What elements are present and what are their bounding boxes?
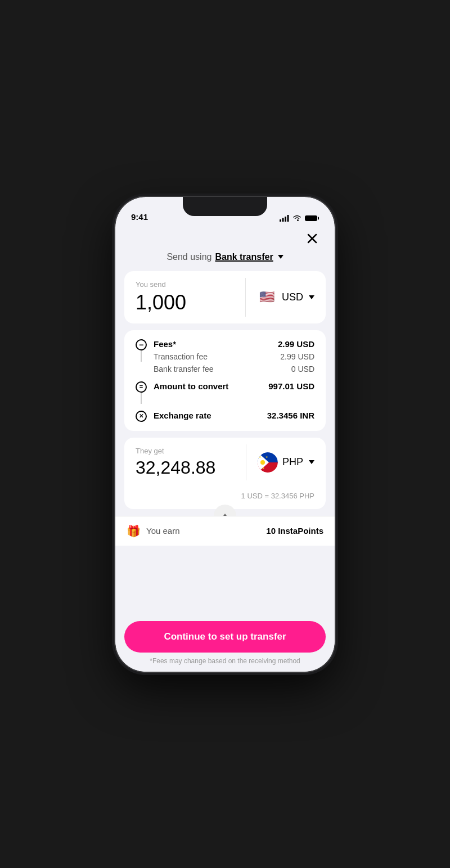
close-button[interactable] — [303, 230, 321, 248]
bank-fee-label: Bank transfer fee — [154, 365, 214, 374]
rate-content: Exchange rate 32.3456 INR — [154, 411, 314, 420]
svg-rect-1 — [282, 218, 284, 222]
fees-total-value: 2.99 USD — [278, 339, 314, 349]
signal-icon — [280, 215, 289, 222]
battery-icon — [305, 215, 319, 222]
earn-left: 🎁 You earn — [127, 524, 180, 538]
svg-rect-2 — [285, 217, 286, 222]
svg-rect-5 — [318, 217, 319, 219]
send-method-value: Bank transfer — [215, 252, 273, 262]
receive-currency-chevron-icon — [309, 460, 314, 464]
convert-content: Amount to convert 997.01 USD — [154, 381, 314, 391]
send-currency-code: USD — [282, 291, 303, 303]
receiver-inner: They get 32,248.88 — [124, 438, 326, 487]
status-time: 9:41 — [131, 212, 148, 222]
app-content: Send using Bank transfer You send 1,000 … — [115, 225, 335, 672]
svg-point-13 — [260, 460, 265, 465]
convert-label: Amount to convert — [154, 381, 228, 391]
bank-fee-row: Bank transfer fee 0 USD — [154, 365, 314, 374]
svg-rect-3 — [287, 215, 289, 222]
receive-currency-selector[interactable]: ★ ★ ★ PHP — [246, 438, 326, 487]
disclaimer: *Fees may change based on the receiving … — [124, 657, 326, 667]
send-card: You send 1,000 🇺🇸 USD — [124, 271, 326, 323]
convert-timeline-left: = — [136, 381, 147, 404]
transaction-fee-label: Transaction fee — [154, 352, 208, 361]
bottom-area: Continue to set up transfer *Fees may ch… — [115, 612, 335, 672]
send-amount-section[interactable]: You send 1,000 — [124, 271, 245, 323]
continue-button[interactable]: Continue to set up transfer — [124, 621, 326, 653]
earn-points: 10 InstaPoints — [266, 526, 323, 536]
receiver-card: They get 32,248.88 — [124, 438, 326, 509]
earn-banner: 🎁 You earn 10 InstaPoints — [115, 516, 335, 546]
fees-card: − Fees* 2.99 USD Transaction fee — [124, 330, 326, 431]
exchange-rate-item: ✕ Exchange rate 32.3456 INR — [136, 411, 314, 422]
fees-timeline: − Fees* 2.99 USD Transaction fee — [136, 339, 314, 422]
transaction-fee-value: 2.99 USD — [280, 352, 314, 361]
convert-line — [141, 393, 142, 404]
send-amount: 1,000 — [136, 291, 236, 314]
receiver-label: They get — [136, 447, 237, 455]
usd-flag: 🇺🇸 — [257, 287, 277, 307]
convert-value: 997.01 USD — [268, 381, 314, 391]
gift-icon: 🎁 — [127, 524, 141, 538]
send-method-row[interactable]: Send using Bank transfer — [115, 248, 335, 271]
receiver-amount-section[interactable]: They get 32,248.88 — [124, 438, 246, 487]
convert-dot-icon: = — [140, 384, 143, 390]
send-method-prefix: Send using — [166, 252, 212, 262]
convert-dot: = — [136, 381, 147, 393]
amount-convert-item: = Amount to convert 997.01 USD — [136, 381, 314, 404]
rate-label: Exchange rate — [154, 411, 212, 420]
transaction-fee-row: Transaction fee 2.99 USD — [154, 352, 314, 361]
fees-line — [141, 350, 142, 362]
send-method-chevron-icon — [278, 255, 284, 259]
fees-timeline-left: − — [136, 339, 147, 362]
php-flag-svg: ★ ★ ★ — [258, 452, 278, 473]
send-currency-selector[interactable]: 🇺🇸 USD — [246, 271, 326, 323]
fees-dot: − — [136, 339, 147, 350]
bank-fee-value: 0 USD — [291, 365, 314, 374]
wifi-icon — [292, 215, 302, 222]
fees-dot-icon: − — [139, 341, 143, 349]
earn-label: You earn — [146, 526, 180, 536]
svg-rect-4 — [305, 215, 317, 221]
rate-timeline-left: ✕ — [136, 411, 147, 422]
php-flag: ★ ★ ★ — [258, 452, 278, 473]
receive-currency-code: PHP — [282, 456, 303, 468]
earn-banner-wrapper: 🎁 You earn 10 InstaPoints — [115, 516, 335, 546]
bottom-spacer — [115, 546, 335, 619]
sub-fees: Transaction fee 2.99 USD Bank transfer f… — [154, 352, 314, 381]
receiver-amount: 32,248.88 — [136, 457, 237, 478]
fees-label: Fees* — [154, 339, 176, 349]
svg-rect-0 — [280, 219, 281, 222]
rate-value: 32.3456 INR — [267, 411, 314, 420]
send-label: You send — [136, 280, 236, 289]
rate-dot-icon: ✕ — [139, 413, 143, 419]
status-icons — [280, 215, 319, 222]
send-currency-chevron-icon — [309, 295, 314, 299]
close-icon — [307, 233, 317, 244]
rate-dot: ✕ — [136, 411, 147, 422]
fees-item: − Fees* 2.99 USD Transaction fee — [136, 339, 314, 381]
